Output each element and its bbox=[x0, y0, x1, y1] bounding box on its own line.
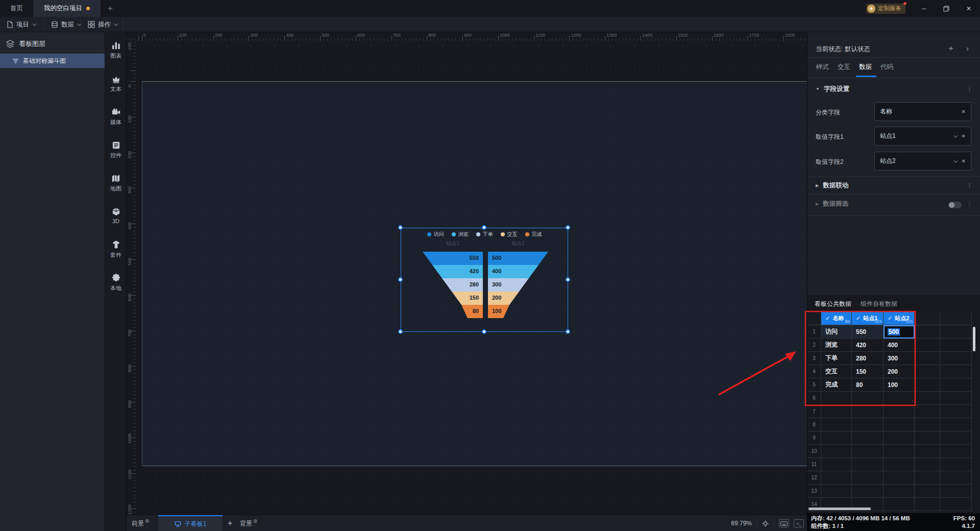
table-cell[interactable]: 80 bbox=[852, 378, 884, 391]
clear-icon[interactable]: ✕ bbox=[962, 158, 966, 164]
section-data-link[interactable]: ▶ 数据联动 bbox=[816, 181, 848, 190]
table-cell-empty[interactable] bbox=[915, 378, 940, 391]
expand-states-button[interactable]: › bbox=[966, 44, 969, 53]
table-cell[interactable]: 280 bbox=[852, 352, 884, 365]
table-cell-empty[interactable] bbox=[940, 431, 972, 444]
table-cell-empty[interactable] bbox=[940, 352, 972, 365]
table-cell-empty[interactable] bbox=[940, 498, 972, 511]
custom-service-badge[interactable]: ◆ 定制服务 bbox=[866, 4, 905, 14]
table-cell[interactable] bbox=[884, 458, 915, 471]
table-cell-empty[interactable] bbox=[940, 405, 972, 418]
selection-handle[interactable] bbox=[398, 329, 403, 334]
table-cell[interactable] bbox=[852, 485, 884, 497]
table-cell[interactable] bbox=[821, 392, 852, 404]
table-cell[interactable] bbox=[821, 418, 852, 431]
new-tab-button[interactable]: + bbox=[101, 0, 120, 17]
table-cell-empty[interactable] bbox=[915, 352, 940, 365]
minimize-button[interactable]: ─ bbox=[913, 0, 935, 17]
tool-chart[interactable]: 图表 bbox=[105, 41, 127, 70]
tab-common-data[interactable]: 看板公共数据 bbox=[815, 300, 851, 308]
table-cell[interactable] bbox=[884, 405, 915, 418]
table-cell-empty[interactable] bbox=[940, 445, 972, 457]
table-cell[interactable] bbox=[852, 471, 884, 484]
tab-style[interactable]: 样式 bbox=[816, 63, 829, 71]
table-horizontal-scrollbar[interactable] bbox=[808, 508, 871, 510]
legend-item[interactable]: 下单 bbox=[476, 231, 493, 238]
table-cell-empty[interactable] bbox=[915, 339, 940, 351]
table-cell[interactable]: 420 bbox=[852, 339, 884, 351]
table-cell[interactable] bbox=[821, 485, 852, 497]
table-cell[interactable] bbox=[821, 431, 852, 444]
maximize-button[interactable] bbox=[935, 0, 958, 17]
table-cell[interactable] bbox=[821, 471, 852, 484]
kebab-menu-icon[interactable]: ⋮ bbox=[966, 85, 973, 92]
table-cell[interactable] bbox=[852, 392, 884, 404]
legend-item[interactable]: 完成 bbox=[525, 231, 542, 238]
table-cell-empty[interactable] bbox=[940, 458, 972, 471]
table-cell-empty[interactable] bbox=[915, 325, 940, 338]
column-header-empty[interactable] bbox=[915, 311, 940, 325]
clear-icon[interactable]: ✕ bbox=[962, 133, 966, 139]
table-cell-empty[interactable] bbox=[940, 392, 972, 404]
tool-kit[interactable]: 套件 bbox=[105, 240, 127, 270]
fit-screen-icon[interactable] bbox=[762, 520, 769, 527]
table-cell[interactable] bbox=[852, 405, 884, 418]
column-header[interactable]: ✓名称Str bbox=[821, 311, 852, 325]
menu-operations[interactable]: 操作 bbox=[88, 17, 117, 32]
shortcut-keys-icon[interactable] bbox=[779, 519, 789, 527]
table-cell-empty[interactable] bbox=[940, 378, 972, 391]
table-cell[interactable]: 550 bbox=[852, 325, 884, 338]
table-cell[interactable] bbox=[884, 471, 915, 484]
clear-icon[interactable]: ✕ bbox=[962, 109, 966, 114]
layer-item-funnel[interactable]: 基础对称漏斗图 bbox=[0, 54, 105, 68]
table-cell-empty[interactable] bbox=[915, 445, 940, 457]
table-cell[interactable]: 100 bbox=[884, 378, 915, 391]
legend-item[interactable]: 浏览 bbox=[452, 231, 469, 238]
selection-handle[interactable] bbox=[398, 225, 403, 230]
table-cell-empty[interactable] bbox=[915, 431, 940, 444]
selection-handle[interactable] bbox=[566, 329, 570, 334]
table-cell[interactable] bbox=[884, 418, 915, 431]
tab-project[interactable]: 我的空白项目 bbox=[34, 0, 101, 17]
table-cell[interactable] bbox=[884, 445, 915, 457]
table-cell[interactable]: 交互 bbox=[821, 365, 852, 378]
table-cell[interactable] bbox=[852, 458, 884, 471]
table-cell[interactable]: 访问 bbox=[821, 325, 852, 338]
menu-data[interactable]: 数据 bbox=[51, 17, 80, 32]
table-cell[interactable] bbox=[852, 445, 884, 457]
field-input-value2[interactable]: 站点2 ✕ bbox=[874, 152, 971, 171]
column-header[interactable]: ✓站点2123 bbox=[884, 311, 915, 325]
table-cell-empty[interactable] bbox=[915, 405, 940, 418]
tool-media[interactable]: 媒体 bbox=[105, 107, 127, 137]
table-cell[interactable] bbox=[821, 458, 852, 471]
table-cell-empty[interactable] bbox=[940, 471, 972, 484]
chevron-down-icon[interactable] bbox=[953, 133, 958, 137]
table-cell[interactable]: 150 bbox=[852, 365, 884, 378]
column-header-empty[interactable] bbox=[940, 311, 972, 325]
column-header[interactable]: ✓站点1123 bbox=[852, 311, 884, 325]
table-cell-empty[interactable] bbox=[915, 498, 940, 511]
table-cell[interactable] bbox=[852, 431, 884, 444]
chevron-down-icon[interactable] bbox=[953, 158, 958, 162]
table-cell-empty[interactable] bbox=[940, 325, 972, 338]
section-data-filter[interactable]: ▶ 数据筛选 bbox=[816, 200, 848, 208]
table-cell[interactable] bbox=[884, 485, 915, 497]
table-cell-empty[interactable] bbox=[915, 458, 940, 471]
add-board-button[interactable]: + bbox=[228, 515, 232, 531]
field-input-value1[interactable]: 站点1 ✕ bbox=[874, 127, 971, 146]
table-cell[interactable] bbox=[821, 405, 852, 418]
zoom-level[interactable]: 69.79% bbox=[731, 520, 752, 527]
add-state-button[interactable]: + bbox=[948, 43, 953, 54]
tool-map[interactable]: 地图 bbox=[105, 174, 127, 203]
tool-cube-3d[interactable]: 3D bbox=[105, 207, 127, 236]
table-cell[interactable] bbox=[884, 431, 915, 444]
board-tab-active[interactable]: 子看板1 bbox=[158, 515, 223, 531]
table-cell[interactable]: 完成 bbox=[821, 378, 852, 391]
legend-item[interactable]: 交互 bbox=[501, 231, 518, 238]
background-button[interactable]: 背景⊕ bbox=[240, 515, 257, 531]
table-cell[interactable]: 下单 bbox=[821, 352, 852, 365]
table-cell-empty[interactable] bbox=[915, 365, 940, 378]
kebab-menu-icon[interactable]: ⋮ bbox=[966, 200, 973, 207]
table-cell-empty[interactable] bbox=[940, 418, 972, 431]
tab-interaction[interactable]: 交互 bbox=[838, 63, 850, 71]
